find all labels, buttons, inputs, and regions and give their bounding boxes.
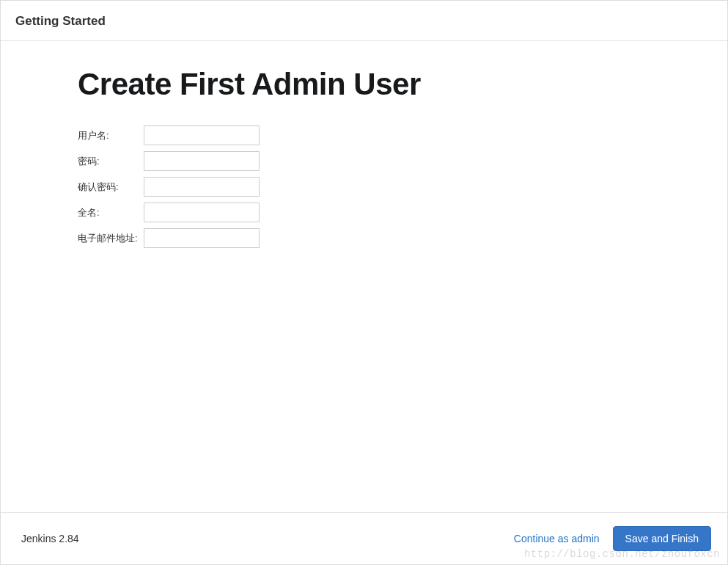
save-and-finish-button[interactable]: Save and Finish bbox=[613, 526, 711, 551]
form-row-email: 电子邮件地址: bbox=[78, 225, 260, 251]
password-label: 密码: bbox=[78, 148, 144, 174]
admin-user-form: 用户名: 密码: 确认密码: 全名: 电子邮件地址: bbox=[78, 123, 260, 251]
email-input[interactable] bbox=[144, 228, 260, 248]
footer: Jenkins 2.84 Continue as admin Save and … bbox=[1, 512, 727, 564]
password-input[interactable] bbox=[144, 151, 260, 171]
header-title: Getting Started bbox=[15, 14, 713, 29]
form-row-username: 用户名: bbox=[78, 123, 260, 148]
page-title: Create First Admin User bbox=[78, 67, 650, 102]
version-label: Jenkins 2.84 bbox=[21, 533, 79, 544]
header: Getting Started bbox=[1, 1, 727, 41]
confirm-password-input[interactable] bbox=[144, 177, 260, 197]
form-row-fullname: 全名: bbox=[78, 200, 260, 225]
confirm-password-label: 确认密码: bbox=[78, 174, 144, 200]
footer-actions: Continue as admin Save and Finish bbox=[514, 526, 711, 551]
form-row-password: 密码: bbox=[78, 148, 260, 174]
email-label: 电子邮件地址: bbox=[78, 225, 144, 251]
username-label: 用户名: bbox=[78, 123, 144, 148]
continue-as-admin-link[interactable]: Continue as admin bbox=[514, 533, 600, 544]
fullname-input[interactable] bbox=[144, 203, 260, 222]
username-input[interactable] bbox=[144, 125, 260, 145]
form-row-confirm-password: 确认密码: bbox=[78, 174, 260, 200]
fullname-label: 全名: bbox=[78, 200, 144, 225]
main-content: Create First Admin User 用户名: 密码: 确认密码: 全… bbox=[1, 41, 727, 251]
